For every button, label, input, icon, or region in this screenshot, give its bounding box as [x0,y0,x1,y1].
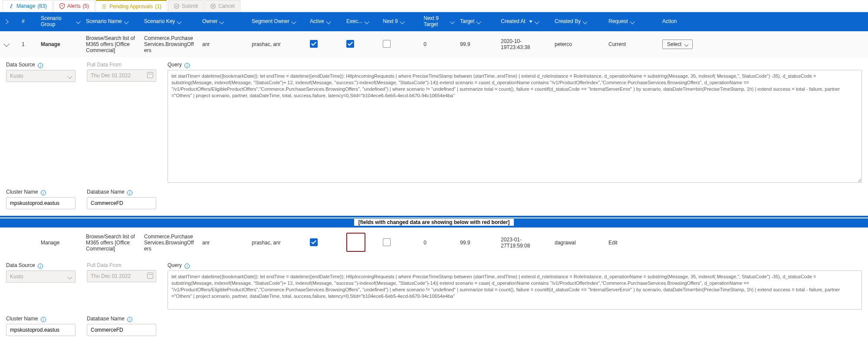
data-source-value[interactable] [6,270,76,283]
pull-data-datepicker[interactable] [87,69,156,82]
db-input[interactable] [87,197,156,209]
cell-owner: anr [202,41,246,47]
cell-created-by: peterco [555,41,602,47]
select-button-label: Select [667,41,681,47]
row-expand-toggle[interactable] [4,41,16,47]
chevron-down-icon [400,19,404,24]
col-created-by[interactable]: Created By [555,19,602,25]
col-active[interactable]: Active [310,19,340,25]
tab-cancel: Cancel [204,0,240,12]
col-next9-label: Next 9 [383,19,398,25]
cell-exec-changed[interactable] [346,233,377,253]
cluster-input[interactable] [6,197,76,209]
tab-cancel-label: Cancel [218,3,234,9]
info-icon[interactable]: i [41,190,46,195]
cell-next9[interactable] [383,238,418,247]
col-scenario-name[interactable]: Scenario Name [86,19,138,25]
chevron-right-icon [3,19,8,24]
cell-active[interactable] [310,40,340,49]
cell-created-at: 2020-10-19T23:43:38 [501,38,549,50]
calendar-icon [147,273,153,279]
col-created-by-label: Created By [555,19,581,25]
tab-alerts[interactable]: Alerts (5) [53,0,95,12]
info-icon[interactable]: i [38,63,43,68]
col-target[interactable]: Target [460,19,495,25]
link-icon [8,3,14,9]
col-segment-owner[interactable]: Segment Owner [252,19,304,25]
data-source-select[interactable] [6,70,76,82]
info-icon[interactable]: i [127,317,132,322]
chevron-down-icon [177,19,182,24]
col-expand[interactable] [4,20,16,23]
query-label-text: Query [168,262,182,268]
data-source-label: Data Source i [6,262,76,269]
cell-scenario-key: Commerce.PurchaseServices.BrowsingOffers [144,234,196,252]
data-source-value[interactable] [6,70,76,82]
tab-manage-label: Manage [16,3,35,9]
db-label: Database Name i [87,189,156,195]
col-scenario-group[interactable]: Scenario Group [41,16,80,28]
pull-data-label: Pull Data From [87,262,156,268]
chevron-down-icon [3,41,10,47]
cell-scenario-group: Manage [41,41,80,47]
sort-down-icon [529,20,533,23]
col-next9[interactable]: Next 9 [383,19,418,25]
pull-data-datepicker[interactable] [87,270,156,282]
db-input[interactable] [87,324,156,336]
col-scenario-key[interactable]: Scenario Key [144,19,196,25]
col-created-at[interactable]: Created At [501,19,549,25]
cell-exec[interactable] [346,40,377,49]
col-action: Action [662,19,864,25]
checkbox-checked-icon [346,40,354,48]
table-row: 1 Manage Browse/Search list of M365 offe… [0,31,868,57]
col-owner-label: Owner [202,19,217,25]
tab-alerts-count: (5) [82,3,89,9]
tab-pending[interactable]: Pending Approvals (1) [95,0,167,12]
query-label: Query i [168,262,862,269]
cell-num: 1 [22,41,35,47]
info-icon[interactable]: i [184,63,190,68]
col-active-label: Active [310,19,324,25]
cell-scenario-key: Commerce.PurchaseServices.BrowsingOffers [144,35,196,53]
pull-data-value[interactable] [87,270,156,282]
cell-action: Select [662,40,864,49]
detail-panel-changed: Data Source i Pull Data From Query i let… [0,258,868,342]
query-textarea[interactable]: let startTime= datetime({bookmarkDate});… [168,70,862,183]
data-source-label-text: Data Source [6,62,35,68]
data-source-select[interactable] [6,270,76,283]
col-owner[interactable]: Owner [202,19,246,25]
calendar-icon [147,72,153,78]
tab-submit: Submit [168,0,204,12]
cell-active[interactable] [310,238,340,247]
chevron-down-icon [220,19,224,24]
col-exec[interactable]: Exec... [346,19,377,25]
select-button[interactable]: Select [662,40,693,49]
col-next9-target[interactable]: Next 9 Target [424,16,454,28]
query-textarea[interactable]: let startTime= datetime({bookmarkDate});… [168,270,862,310]
info-icon[interactable]: i [127,190,132,195]
checkbox-checked-icon [310,238,318,246]
cluster-input[interactable] [6,324,76,336]
detail-panel-current: Data Source i Pull Data From Query i let… [0,57,868,215]
changed-fields-separator-text: [fields with changed data are showing be… [354,219,514,226]
col-request[interactable]: Request [608,19,656,25]
chevron-down-icon [450,20,455,24]
tab-bar: Manage (83) Alerts (5) Pending Approvals… [0,0,868,12]
cell-scenario-group: Manage [41,240,80,246]
chevron-down-icon [477,19,481,24]
tab-manage[interactable]: Manage (83) [3,0,53,12]
tab-pending-label: Pending Approvals [109,3,153,10]
col-request-label: Request [608,19,628,25]
pull-data-value[interactable] [87,69,156,82]
cluster-label-text: Cluster Name [6,316,38,322]
svg-point-0 [174,4,179,9]
info-icon[interactable]: i [184,264,190,269]
checkbox-checked-icon [310,40,318,48]
cell-segment-owner: prashac, anr [252,240,304,246]
info-icon[interactable]: i [38,264,43,269]
info-icon[interactable]: i [41,317,46,322]
cluster-label: Cluster Name i [6,189,76,195]
checkbox-icon [383,238,391,246]
cell-next9[interactable] [383,40,418,49]
col-num[interactable]: # [22,19,35,25]
